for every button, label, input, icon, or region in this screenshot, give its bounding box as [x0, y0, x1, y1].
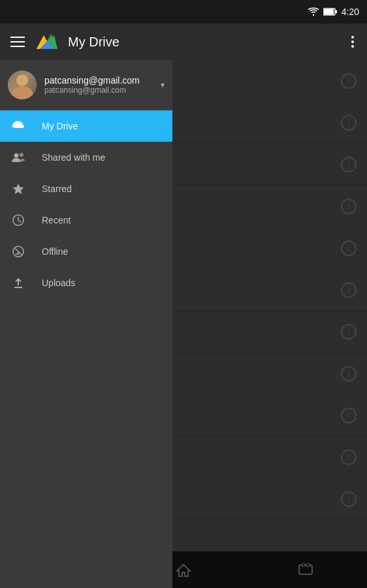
sidebar-item-offline[interactable]: Offline [0, 236, 172, 267]
account-dropdown-arrow[interactable]: ▾ [161, 80, 165, 90]
sidebar-item-starred[interactable]: Starred [0, 173, 172, 204]
account-header[interactable]: patcansing@gmail.com patcansing@gmail.co… [0, 60, 172, 110]
svg-rect-3 [335, 10, 337, 14]
more-options-button[interactable] [349, 33, 357, 50]
wifi-icon [308, 7, 319, 16]
sidebar-label-uploads: Uploads [42, 278, 75, 288]
svg-point-13 [20, 153, 24, 157]
drive-logo [37, 33, 57, 51]
battery-icon [323, 8, 338, 16]
svg-point-0 [313, 14, 314, 16]
people-icon [10, 150, 26, 165]
account-info: patcansing@gmail.com patcansing@gmail.co… [44, 75, 153, 95]
app-bar-title: My Drive [68, 35, 341, 50]
status-bar: 4:20 [0, 0, 367, 24]
hamburger-button[interactable] [10, 34, 29, 50]
sidebar-label-my-drive: My Drive [42, 121, 78, 131]
sidebar-item-my-drive[interactable]: My Drive [0, 110, 172, 142]
svg-marker-14 [13, 184, 24, 194]
clock-icon [10, 212, 26, 228]
svg-rect-2 [324, 9, 334, 14]
sidebar-label-starred: Starred [42, 184, 72, 194]
star-icon [10, 181, 26, 197]
svg-line-17 [18, 220, 21, 222]
sidebar-label-offline: Offline [42, 246, 68, 257]
sidebar-label-shared: Shared with me [42, 152, 105, 163]
svg-point-12 [14, 154, 19, 158]
sidebar-label-recent: Recent [42, 215, 71, 225]
sidebar-item-recent[interactable]: Recent [0, 204, 172, 236]
offline-icon [10, 244, 26, 259]
account-email: patcansing@gmail.com [44, 86, 153, 95]
status-time: 4:20 [342, 7, 359, 17]
avatar-image [8, 71, 37, 99]
app-bar: My Drive [0, 24, 367, 60]
account-name: patcansing@gmail.com [44, 75, 153, 86]
upload-icon [10, 275, 26, 291]
sidebar-item-shared[interactable]: Shared with me [0, 142, 172, 173]
status-icons: 4:20 [308, 7, 359, 17]
sidebar-item-uploads[interactable]: Uploads [0, 267, 172, 299]
cloud-icon [10, 118, 26, 134]
drawer: patcansing@gmail.com patcansing@gmail.co… [0, 60, 172, 588]
avatar [8, 71, 37, 99]
